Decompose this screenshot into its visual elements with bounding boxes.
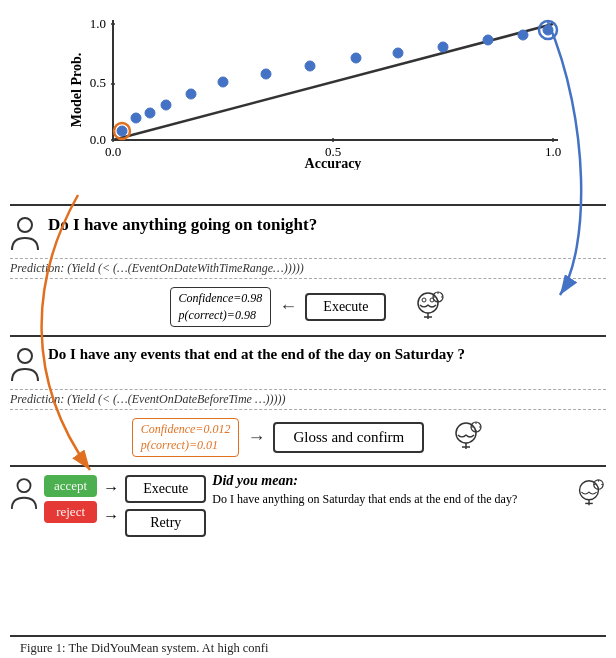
confidence-value-2: Confidence=0.012 (141, 421, 231, 438)
gloss-confirm-button[interactable]: Gloss and confirm (273, 422, 424, 453)
brain-icon-2 (448, 419, 484, 455)
user-row-2: Do I have any events that end at the end… (10, 343, 606, 385)
brain-icon-1 (410, 289, 446, 325)
svg-point-17 (117, 126, 127, 136)
svg-point-34 (418, 293, 438, 313)
arrow-reject: → (103, 507, 119, 525)
execute-button-2[interactable]: Execute (125, 475, 206, 503)
section-high-confidence: Do I have anything going on tonight? Pre… (10, 204, 606, 335)
svg-point-29 (518, 30, 528, 40)
did-you-mean-title: Did you mean: (212, 473, 298, 488)
did-you-mean-text: Do I have anything on Saturday that ends… (212, 492, 517, 506)
execute-retry-column: Execute Retry (125, 475, 206, 537)
svg-point-27 (438, 42, 448, 52)
section-accept-reject: accept reject → → Execute Retry Did you … (10, 465, 606, 537)
svg-point-21 (186, 89, 196, 99)
svg-point-18 (131, 113, 141, 123)
user-row-1: Do I have anything going on tonight? (10, 212, 606, 254)
svg-text:1.0: 1.0 (545, 144, 561, 159)
did-you-mean-box: Did you mean: Do I have anything on Satu… (212, 471, 566, 507)
svg-text:1.0: 1.0 (90, 16, 106, 31)
caption-text: Figure 1: The DidYouMean system. At high… (20, 641, 269, 655)
svg-point-25 (351, 53, 361, 63)
reject-button[interactable]: reject (44, 501, 97, 523)
svg-point-24 (305, 61, 315, 71)
confidence-value-1: Confidence=0.98 (179, 290, 263, 307)
prediction-row-1: Prediction: (Yield (< (…(EventOnDateWith… (10, 258, 606, 279)
svg-point-33 (18, 218, 32, 232)
chart-area: 0.0 0.5 1.0 0.0 0.5 1.0 Model Prob. Accu… (0, 0, 616, 200)
question-text-1: Do I have anything going on tonight? (48, 214, 606, 235)
prediction-row-2: Prediction: (Yield (< (…(EventOnDateBefo… (10, 389, 606, 410)
user-icon-3 (10, 477, 38, 511)
svg-point-22 (218, 77, 228, 87)
svg-point-19 (145, 108, 155, 118)
svg-text:Model Prob.: Model Prob. (69, 53, 84, 127)
svg-text:Accuracy: Accuracy (305, 156, 362, 170)
svg-point-28 (483, 35, 493, 45)
svg-point-54 (580, 481, 599, 500)
svg-point-44 (18, 349, 32, 363)
p-correct-value-1: p(correct)=0.98 (179, 307, 263, 324)
svg-point-35 (422, 298, 426, 302)
brain-icon-3 (572, 477, 606, 511)
action-row-1: Confidence=0.98 p(correct)=0.98 ← Execut… (10, 283, 606, 331)
retry-button[interactable]: Retry (125, 509, 206, 537)
chart-svg: 0.0 0.5 1.0 0.0 0.5 1.0 Model Prob. Accu… (50, 10, 586, 170)
svg-point-20 (161, 100, 171, 110)
arrow-to-execute-1: ← (279, 296, 297, 317)
svg-point-30 (543, 25, 553, 35)
svg-point-45 (456, 423, 476, 443)
diagram-area: Do I have anything going on tonight? Pre… (0, 200, 616, 658)
svg-text:0.5: 0.5 (90, 75, 106, 90)
svg-point-53 (17, 479, 30, 492)
execute-button-1[interactable]: Execute (305, 293, 386, 321)
svg-text:0.0: 0.0 (105, 144, 121, 159)
arrows-col: → → (103, 479, 119, 525)
confidence-box-2: Confidence=0.012 p(correct)=0.01 (132, 418, 240, 458)
user-icon-2 (10, 347, 40, 383)
accept-reject-column: accept reject (44, 475, 97, 523)
question-text-2: Do I have any events that end at the end… (48, 345, 606, 364)
user-icon-1 (10, 216, 40, 252)
svg-point-26 (393, 48, 403, 58)
svg-text:0.0: 0.0 (90, 132, 106, 147)
arrow-accept: → (103, 479, 119, 497)
svg-point-23 (261, 69, 271, 79)
confidence-box-1: Confidence=0.98 p(correct)=0.98 (170, 287, 272, 327)
arrow-to-gloss: → (247, 427, 265, 448)
main-container: 0.0 0.5 1.0 0.0 0.5 1.0 Model Prob. Accu… (0, 0, 616, 658)
p-correct-value-2: p(correct)=0.01 (141, 437, 231, 454)
accept-button[interactable]: accept (44, 475, 97, 497)
section-low-confidence: Do I have any events that end at the end… (10, 335, 606, 466)
action-row-2: Confidence=0.012 p(correct)=0.01 → Gloss… (10, 414, 606, 462)
figure-caption: Figure 1: The DidYouMean system. At high… (10, 635, 606, 658)
bottom-row: accept reject → → Execute Retry Did you … (10, 471, 606, 537)
